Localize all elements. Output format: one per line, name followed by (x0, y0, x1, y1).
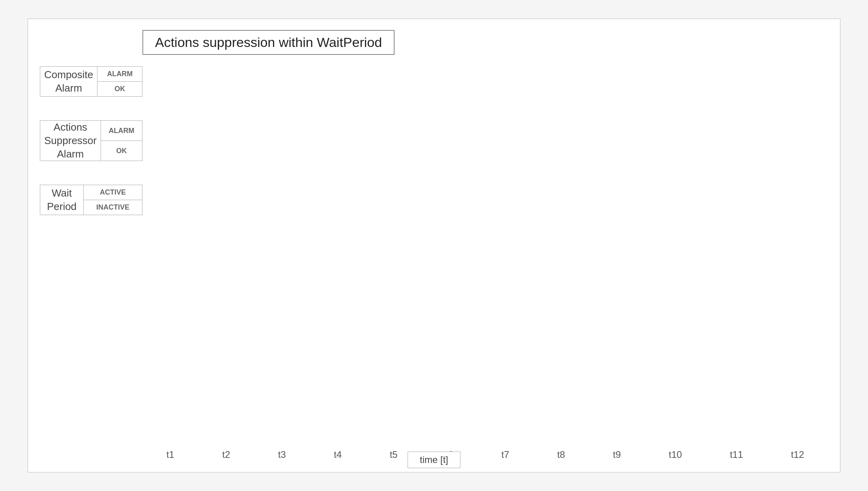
x-label-t4: t4 (334, 449, 342, 460)
state-label-ok: OK (101, 141, 142, 161)
state-label-ok: OK (97, 82, 142, 96)
x-label-t8: t8 (557, 449, 565, 460)
row-name-wait-period: Wait Period (40, 185, 84, 215)
row-states-actions-suppressor-alarm: ALARMOK (101, 121, 142, 161)
chart-title: Actions suppression within WaitPeriod (142, 30, 395, 55)
row-name-actions-suppressor-alarm: Actions Suppressor Alarm (40, 121, 101, 161)
time-label-box: time [t] (408, 452, 460, 468)
chart-outer: Actions suppression within WaitPeriod Co… (28, 19, 840, 472)
row-name-composite-alarm: Composite Alarm (40, 67, 97, 96)
row-label-actions-suppressor-alarm: Actions Suppressor AlarmALARMOK (40, 120, 142, 161)
row-label-composite-alarm: Composite AlarmALARMOK (40, 66, 142, 97)
row-labels: Composite AlarmALARMOKActions Suppressor… (40, 66, 142, 433)
x-label-t9: t9 (613, 449, 621, 460)
x-label-t10: t10 (669, 449, 682, 460)
state-label-inactive: INACTIVE (84, 200, 142, 215)
row-states-wait-period: ACTIVEINACTIVE (84, 185, 142, 215)
x-axis-labels: t1t2t3t4t5t6t7t8t9t10t11t12 (142, 449, 828, 460)
x-label-t5: t5 (390, 449, 398, 460)
state-label-alarm: ALARM (97, 67, 142, 82)
x-label-t7: t7 (501, 449, 509, 460)
state-label-alarm: ALARM (101, 121, 142, 141)
x-label-t1: t1 (166, 449, 174, 460)
x-label-t12: t12 (791, 449, 804, 460)
row-label-wait-period: Wait PeriodACTIVEINACTIVE (40, 185, 142, 215)
x-label-t3: t3 (278, 449, 286, 460)
chart-area (142, 66, 828, 433)
x-label-t11: t11 (730, 449, 743, 460)
x-label-t2: t2 (222, 449, 230, 460)
main-container: Actions suppression within WaitPeriod Co… (0, 0, 868, 491)
row-states-composite-alarm: ALARMOK (97, 67, 142, 96)
state-label-active: ACTIVE (84, 185, 142, 200)
